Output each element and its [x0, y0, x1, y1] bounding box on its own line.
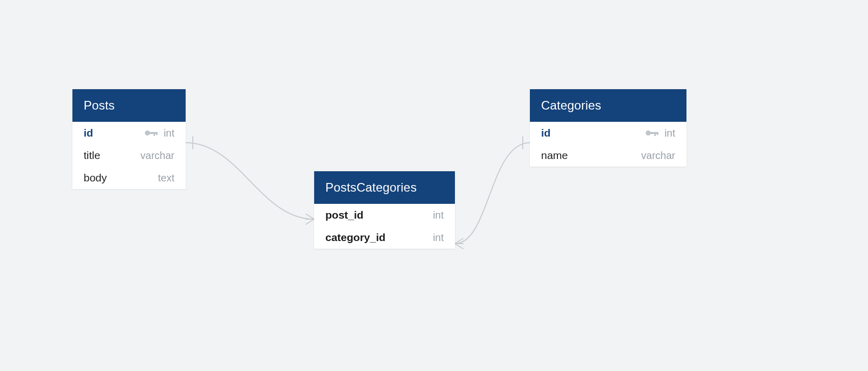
entity-categories-title: Categories — [530, 89, 686, 122]
column-type: int — [433, 209, 444, 221]
column-name: id — [84, 127, 144, 139]
column-type: text — [158, 172, 174, 184]
column-type: int — [433, 232, 444, 244]
erd-canvas: Posts id int title varchar body text Pos… — [0, 0, 868, 371]
column-name: name — [541, 149, 641, 162]
entity-categories[interactable]: Categories id int name varchar — [530, 89, 686, 167]
primary-key-icon — [645, 129, 658, 137]
column-type: int — [665, 127, 675, 139]
column-postscategories-categoryid[interactable]: category_id int — [314, 226, 455, 249]
entity-posts-title: Posts — [72, 89, 186, 122]
column-posts-title[interactable]: title varchar — [72, 144, 186, 167]
column-postscategories-postid[interactable]: post_id int — [314, 204, 455, 226]
column-name: post_id — [325, 209, 433, 221]
column-name: category_id — [325, 231, 433, 244]
entity-postscategories-title: PostsCategories — [314, 171, 455, 204]
primary-key-icon — [144, 129, 158, 137]
connector-posts-to-postscategories — [186, 143, 314, 219]
column-categories-id[interactable]: id int — [530, 122, 686, 144]
column-name: body — [84, 172, 158, 184]
svg-rect-6 — [654, 132, 656, 136]
svg-rect-3 — [156, 132, 158, 135]
svg-rect-7 — [657, 132, 658, 135]
entity-postscategories[interactable]: PostsCategories post_id int category_id … — [314, 171, 455, 249]
entity-posts[interactable]: Posts id int title varchar body text — [72, 89, 186, 189]
svg-rect-2 — [154, 132, 155, 136]
column-categories-name[interactable]: name varchar — [530, 144, 686, 167]
cardinality-many-postid — [306, 214, 314, 224]
column-posts-body[interactable]: body text — [72, 167, 186, 189]
column-name: title — [84, 149, 140, 162]
column-type: varchar — [140, 150, 174, 162]
column-type: int — [164, 127, 174, 139]
column-name: id — [541, 127, 645, 139]
connector-categories-to-postscategories — [455, 143, 530, 244]
column-type: varchar — [641, 150, 675, 162]
column-posts-id[interactable]: id int — [72, 122, 186, 144]
cardinality-many-categoryid — [455, 238, 463, 249]
